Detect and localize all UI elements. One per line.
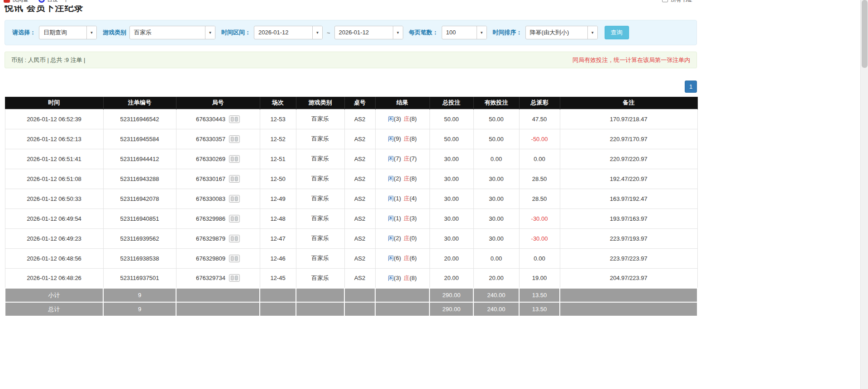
subtotal-total-bet: 290.00: [429, 288, 473, 302]
cell-note: 192.47/220.97: [560, 169, 697, 189]
cell-payout: -50.00: [519, 129, 560, 149]
cell-time: 2026-01-12 06:49:54: [5, 209, 103, 228]
cell-note: 223.97/193.97: [560, 228, 697, 248]
bookmark-item[interactable]: 悦阅金: [4, 0, 29, 4]
result-banker-label: 庄: [404, 255, 410, 261]
cell-bet-number: 523116937501: [103, 268, 176, 288]
cell-total-bet-link[interactable]: 30.00: [429, 228, 473, 248]
cell-round-number: 676330357: [176, 129, 260, 149]
cell-total-bet-link[interactable]: 30.00: [429, 189, 473, 209]
cell-round-number: 676330167: [176, 169, 260, 189]
chevron-down-icon[interactable]: ▼: [312, 26, 322, 39]
result-banker-score: (7): [410, 155, 417, 162]
column-header: 桌号: [344, 97, 375, 109]
result-banker-score: (6): [410, 255, 417, 261]
cell-time: 2026-01-12 06:52:13: [5, 129, 103, 149]
chevron-down-icon[interactable]: ▼: [587, 26, 597, 39]
cell-valid-bet: 30.00: [473, 228, 519, 248]
cell-table-number: AS2: [344, 129, 375, 149]
all-bookmarks-button[interactable]: 所有书签: [662, 0, 692, 4]
cell-total-bet-link[interactable]: 30.00: [429, 149, 473, 169]
page-size-value: 100: [442, 26, 477, 39]
replay-cards-icon[interactable]: [229, 195, 240, 203]
game-type-select[interactable]: 百家乐 ▼: [129, 26, 215, 39]
time-sort-select[interactable]: 降幂(由大到小) ▼: [525, 26, 598, 39]
replay-cards-icon[interactable]: [229, 255, 240, 262]
result-banker-label: 庄: [404, 115, 410, 122]
replay-cards-icon[interactable]: [229, 135, 240, 143]
cell-note: 170.97/218.47: [560, 109, 697, 129]
result-player-label: 闲: [388, 195, 394, 202]
result-player-score: (9): [394, 135, 401, 142]
cell-total-bet-link[interactable]: 30.00: [429, 209, 473, 228]
cell-total-bet-link[interactable]: 20.00: [429, 268, 473, 288]
cell-table-number: AS2: [344, 169, 375, 189]
cell-total-bet-link[interactable]: 30.00: [429, 169, 473, 189]
column-header: 备注: [560, 97, 697, 109]
result-banker-label: 庄: [404, 195, 410, 202]
round-number: 676330269: [196, 156, 225, 162]
range-separator: ~: [326, 29, 331, 36]
cell-result: 闲(7)庄(7): [375, 149, 429, 169]
replay-cards-icon[interactable]: [229, 274, 240, 282]
round-number: 676330083: [196, 195, 225, 202]
chevron-down-icon[interactable]: ▼: [477, 26, 486, 39]
replay-cards-icon[interactable]: [229, 115, 240, 123]
cell-table-number: AS2: [344, 228, 375, 248]
replay-cards-icon[interactable]: [229, 155, 240, 163]
result-banker-score: (4): [410, 195, 417, 202]
cell-total-bet-link[interactable]: 50.00: [429, 129, 473, 149]
cell-round-number: 676329734: [176, 268, 260, 288]
result-player-score: (6): [394, 255, 401, 261]
page-size-label: 每页笔数：: [409, 28, 439, 37]
column-header: 注单编号: [103, 97, 176, 109]
bookmark-label: 悦阅金: [12, 0, 29, 4]
chevron-down-icon[interactable]: ▼: [205, 26, 215, 39]
grand-total-total-bet: 290.00: [429, 302, 473, 316]
result-banker-score: (3): [410, 215, 417, 222]
table-row: 2026-01-12 06:48:26 523116937501 6763297…: [5, 268, 697, 288]
result-banker-label: 庄: [404, 275, 410, 281]
cell-total-bet-link[interactable]: 50.00: [429, 109, 473, 129]
search-button[interactable]: 查询: [605, 26, 629, 39]
date-to-select[interactable]: 2026-01-12 ▼: [334, 26, 403, 39]
chevron-down-icon[interactable]: ▼: [86, 26, 96, 39]
cell-round-number: 676330083: [176, 189, 260, 209]
cell-valid-bet: 0.00: [473, 248, 519, 268]
replay-cards-icon[interactable]: [229, 215, 240, 223]
date-from-select[interactable]: 2026-01-12 ▼: [254, 26, 323, 39]
bookmark-item-baidu[interactable]: 百度一下: [38, 0, 69, 4]
result-player-score: (1): [394, 215, 401, 222]
round-number: 676330357: [196, 136, 225, 142]
replay-cards-icon[interactable]: [229, 235, 240, 242]
time-sort-value: 降幂(由大到小): [526, 26, 587, 39]
cell-total-bet-link[interactable]: 20.00: [429, 248, 473, 268]
cell-time: 2026-01-12 06:48:26: [5, 268, 103, 288]
round-number: 676329879: [196, 235, 225, 242]
result-banker-label: 庄: [404, 135, 410, 142]
cell-session: 12-48: [260, 209, 296, 228]
cell-game-type: 百家乐: [296, 169, 344, 189]
valid-bet-notice: 同局有效投注，统一计算在该局第一张注单内: [572, 56, 690, 64]
grand-total-row: 总计 9 290.00 240.00 13.50: [5, 302, 697, 316]
chevron-down-icon[interactable]: ▼: [393, 26, 403, 39]
cell-session: 12-51: [260, 149, 296, 169]
subtotal-valid-bet: 240.00: [473, 288, 519, 302]
scrollbar-thumb[interactable]: [862, 0, 868, 68]
page-1-button[interactable]: 1: [685, 81, 697, 93]
replay-cards-icon[interactable]: [229, 175, 240, 183]
vertical-scrollbar[interactable]: [860, 0, 868, 389]
query-type-select[interactable]: 日期查询 ▼: [39, 26, 97, 39]
cell-time: 2026-01-12 06:50:33: [5, 189, 103, 209]
subtotal-label: 小计: [5, 288, 103, 302]
cell-note: 220.97/170.97: [560, 129, 697, 149]
column-header: 场次: [260, 97, 296, 109]
column-header: 局号: [176, 97, 260, 109]
column-header: 游戏类别: [296, 97, 344, 109]
cell-result: 闲(2)庄(8): [375, 169, 429, 189]
browser-bookmarks-bar: 悦阅金 百度一下 所有书签: [0, 0, 695, 5]
table-body: 2026-01-12 06:52:39 523116946542 6763304…: [5, 109, 697, 288]
page-size-select[interactable]: 100 ▼: [442, 26, 487, 39]
time-range-label: 时间区间：: [221, 28, 251, 37]
cell-empty: [260, 302, 296, 316]
